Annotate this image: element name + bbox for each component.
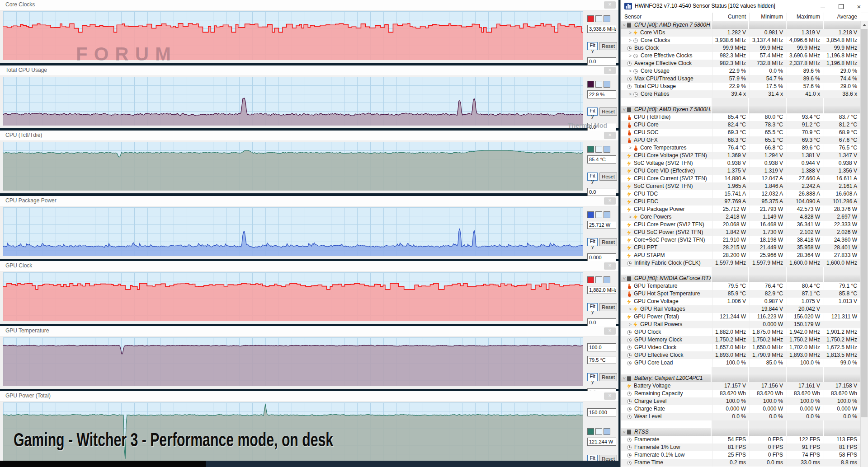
sensor-row[interactable]: CPU (Tctl/Tdie)85.4 °C80.0 °C93.4 °C83.7… [621, 113, 861, 121]
panel-titlebar[interactable]: GPU Clock× [0, 261, 618, 271]
chevron-collapsed-icon[interactable]: > [627, 29, 633, 37]
close-icon[interactable]: × [604, 392, 616, 400]
sensor-row[interactable]: APU STAPM28.200 W25.966 W28.364 W27.833 … [621, 252, 861, 259]
panel-titlebar[interactable]: Core Clocks× [0, 0, 618, 10]
sensor-row[interactable]: APU GFX68.3 °C65.1 °C69.3 °C67.6 °C [621, 136, 861, 144]
sensor-row[interactable]: >Core Powers2.418 W1.149 W4.828 W2.697 W [621, 213, 861, 221]
fit-y-button[interactable]: Fit y [587, 107, 598, 116]
sensor-row[interactable]: Infinity Fabric Clock (FCLK)1,597.9 MHz1… [621, 259, 861, 267]
fit-y-button[interactable]: Fit y [587, 373, 598, 381]
close-icon[interactable]: × [850, 0, 868, 13]
sensor-row[interactable]: GPU Power (Total)121.244 W116.223 W156.0… [621, 313, 861, 321]
sensor-row[interactable]: GPU Core Load100.0 %85.0 %100.0 %99.0 % [621, 359, 861, 367]
chevron-expanded-icon[interactable]: > [621, 107, 628, 113]
reset-button[interactable]: Reset [599, 42, 617, 50]
reset-button[interactable]: Reset [599, 303, 617, 311]
sensor-row[interactable]: GPU Clock1,882.0 MHz1,875.0 MHz1,942.0 M… [621, 328, 861, 336]
sensor-row[interactable]: Battery Voltage17.157 V17.156 V17.161 V1… [621, 382, 861, 390]
sensor-row[interactable]: CPU Core Current (SVI2 TFN)14.880 A12.04… [621, 175, 861, 182]
sensor-row[interactable]: CPU Core82.4 °C78.3 °C91.2 °C81.2 °C [621, 121, 861, 129]
sensor-row[interactable]: Max CPU/Thread Usage57.9 %54.7 %89.6 %74… [621, 75, 861, 83]
panel-titlebar[interactable]: GPU Power (Total)× [0, 391, 618, 402]
reset-button[interactable]: Reset [599, 107, 617, 116]
scrollbar-thumb[interactable] [861, 29, 868, 417]
sensor-row[interactable]: Framerate 0.1% Low25 FPS0 FPS74 FPS58 FP… [621, 451, 861, 459]
close-icon[interactable]: × [604, 1, 616, 9]
minimize-icon[interactable] [814, 0, 832, 13]
background-color-swatch[interactable] [595, 81, 602, 88]
chevron-collapsed-icon[interactable]: > [627, 144, 633, 152]
grid-color-swatch[interactable] [604, 428, 610, 435]
grid-color-swatch[interactable] [604, 81, 610, 88]
background-color-swatch[interactable] [595, 15, 602, 22]
panel-titlebar[interactable]: CPU (Tctl/Tdie)× [0, 131, 618, 141]
chevron-collapsed-icon[interactable]: > [627, 52, 633, 60]
sensor-row[interactable]: >GPU Rail Powers0.000 W150.179 W [621, 321, 861, 328]
scroll-up-arrow-icon[interactable] [861, 21, 868, 29]
sensor-row[interactable]: Remaining Capacity83.620 Wh83.620 Wh83.6… [621, 390, 861, 397]
sensor-row[interactable]: GPU Temperature79.5 °C76.4 °C80.4 °C79.1… [621, 282, 861, 290]
sensor-row[interactable]: >Core VIDs1.282 V0.981 V1.319 V1.218 V [621, 29, 861, 37]
maximize-icon[interactable] [832, 0, 850, 13]
sensor-row[interactable]: >Core Temperatures76.4 °C66.8 °C89.6 °C7… [621, 144, 861, 152]
fit-y-button[interactable]: Fit y [587, 173, 598, 181]
sensor-row[interactable]: Average Effective Clock982.3 MHz732.8 MH… [621, 60, 861, 67]
sensor-row[interactable]: SoC Current (SVI2 TFN)1.965 A1.846 A2.24… [621, 182, 861, 190]
sensor-row[interactable]: CPU EDC97.769 A95.375 A104.090 A101.286 … [621, 198, 861, 205]
sensor-section-row[interactable]: >GPU [#0]: NVIDIA GeForce RTX 30... [621, 275, 861, 282]
close-icon[interactable]: × [604, 262, 616, 270]
sensor-row[interactable]: CPU Core VID (Effective)1.375 V1.319 V1.… [621, 167, 861, 175]
sensor-row[interactable]: Charge Rate0.000 W0.000 W0.000 W0.000 W [621, 405, 861, 413]
chevron-expanded-icon[interactable]: > [621, 429, 628, 435]
panel-titlebar[interactable]: Total CPU Usage× [0, 65, 618, 76]
fit-y-button[interactable]: Fit y [587, 42, 598, 50]
sensor-row[interactable]: >Core Usage22.9 %0.0 %89.6 %29.0 % [621, 67, 861, 75]
chevron-collapsed-icon[interactable]: > [627, 305, 633, 313]
close-icon[interactable]: × [604, 327, 616, 335]
sensor-row[interactable]: >GPU Rail Voltages19.844 V20.042 V [621, 305, 861, 313]
series-color-swatch[interactable] [587, 146, 594, 153]
chevron-collapsed-icon[interactable]: > [627, 37, 633, 44]
close-icon[interactable]: × [604, 132, 616, 139]
grid-color-swatch[interactable] [604, 276, 610, 283]
sensor-section-row[interactable]: >RTSS [621, 428, 861, 436]
series-color-swatch[interactable] [587, 428, 594, 435]
sensor-section-row[interactable]: >Battery: Celxpert L20C4PC1 [621, 374, 861, 382]
sensor-row[interactable]: >Core Clocks3,938.6 MHz3,137.4 MHz4,096.… [621, 37, 861, 44]
sensor-row[interactable]: CPU SOC69.3 °C65.5 °C70.9 °C68.9 °C [621, 129, 861, 136]
grid-color-swatch[interactable] [604, 211, 610, 218]
sensor-row[interactable]: GPU Video Clock1,657.0 MHz1,650.0 MHz1,7… [621, 344, 861, 351]
vertical-scrollbar[interactable] [860, 21, 868, 467]
panel-titlebar[interactable]: GPU Temperature× [0, 326, 618, 336]
sensor-row[interactable]: >Core Effective Clocks982.3 MHz57.4 MHz3… [621, 52, 861, 60]
chevron-collapsed-icon[interactable]: > [627, 213, 633, 221]
sensor-row[interactable]: Frame Time0.2 ms0.0 ms33.0 ms8.8 ms [621, 459, 861, 467]
background-color-swatch[interactable] [595, 146, 602, 153]
close-icon[interactable]: × [604, 197, 616, 205]
sensor-row[interactable]: CPU Core Voltage (SVI2 TFN)1.369 V1.294 … [621, 152, 861, 159]
sensor-row[interactable]: SoC Voltage (SVI2 TFN)0.938 V0.938 V0.94… [621, 159, 861, 167]
series-color-swatch[interactable] [587, 211, 594, 218]
close-icon[interactable]: × [604, 67, 616, 74]
series-color-swatch[interactable] [587, 276, 594, 283]
chevron-collapsed-icon[interactable]: > [627, 321, 633, 328]
chevron-expanded-icon[interactable]: > [621, 375, 628, 382]
background-color-swatch[interactable] [595, 276, 602, 283]
chevron-collapsed-icon[interactable]: > [627, 67, 633, 75]
chevron-expanded-icon[interactable]: > [621, 22, 628, 28]
sensor-row[interactable]: Bus Clock99.9 MHz99.9 MHz99.9 MHz99.9 MH… [621, 44, 861, 52]
sensor-row[interactable]: Core+SoC Power (SVI2 TFN)21.910 W18.198 … [621, 236, 861, 244]
sensor-row[interactable]: GPU Effective Clock1,893.0 MHz1,790.9 MH… [621, 351, 861, 359]
sensor-row[interactable]: Framerate54 FPS0 FPS122 FPS113 FPS [621, 436, 861, 444]
sensor-row[interactable]: CPU TDC15.741 A12.032 A26.888 A16.608 A [621, 190, 861, 198]
reset-button[interactable]: Reset [599, 238, 617, 246]
sensor-row[interactable]: Total CPU Usage22.9 %17.5 %57.6 %29.0 % [621, 83, 861, 90]
chevron-collapsed-icon[interactable]: > [627, 90, 633, 98]
hwinfo-titlebar[interactable]: HWiNFO32 v7.10-4540 Sensor Status [102 v… [621, 0, 868, 13]
sensor-section-row[interactable]: >CPU [#0]: AMD Ryzen 7 5800H: E... [621, 106, 861, 113]
sensor-row[interactable]: GPU Hot Spot Temperature85.9 °C82.9 °C87… [621, 290, 861, 298]
sensor-row[interactable]: Framerate 1% Low81 FPS0 FPS91 FPS81 FPS [621, 444, 861, 451]
background-color-swatch[interactable] [595, 428, 602, 435]
background-color-swatch[interactable] [595, 211, 602, 218]
series-color-swatch[interactable] [587, 15, 594, 22]
